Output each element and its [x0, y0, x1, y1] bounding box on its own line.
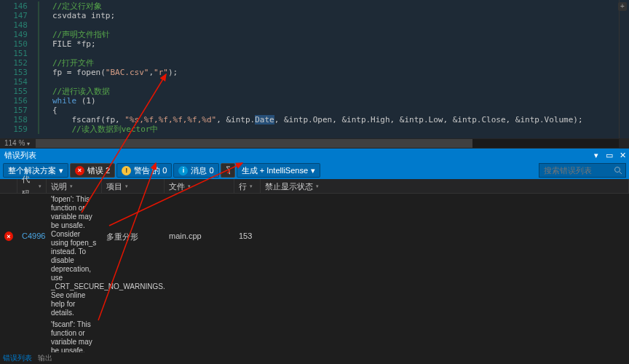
col-icon[interactable]	[0, 179, 17, 193]
search-input[interactable]	[544, 164, 612, 177]
svg-point-1	[615, 167, 620, 173]
clear-filter-button[interactable]	[221, 163, 235, 178]
error-line: 153	[234, 195, 261, 240]
error-code[interactable]: C4996	[17, 320, 47, 352]
error-list-body[interactable]: ×C4996'fopen': This function or variable…	[0, 194, 629, 352]
filter-icon	[226, 166, 230, 175]
error-description: 'fopen': This function or variable may b…	[47, 195, 102, 317]
horizontal-scrollbar[interactable]	[36, 139, 619, 148]
bottom-tabs: 错误列表 输出	[0, 352, 52, 364]
table-row[interactable]: ×C4996'fscanf': This function or variabl…	[0, 319, 629, 352]
col-description[interactable]: 说明	[47, 179, 102, 193]
panel-pin-icon[interactable]: ▭	[603, 149, 616, 162]
error-project: 多重分形	[102, 195, 165, 242]
error-line: 158	[234, 320, 261, 352]
error-description: 'fscanf': This function or variable may …	[47, 320, 102, 352]
error-list-toolbar: 整个解决方案▾ × 错误 2 ! 警告 的 0 i 消息 0 生成 + Inte…	[0, 162, 629, 179]
search-error-box[interactable]	[539, 163, 626, 178]
zoom-dropdown[interactable]: 114 %	[4, 138, 30, 149]
error-file: main.cpp	[165, 195, 234, 240]
panel-menu-icon[interactable]: ▾	[590, 149, 603, 162]
error-list-titlebar: 错误列表 ▾ ▭ ✕	[0, 149, 629, 162]
code-editor[interactable]: 1461471481491501511521531541551561571581…	[0, 0, 629, 138]
panel-close-icon[interactable]: ✕	[616, 149, 629, 162]
col-line[interactable]: 行	[234, 179, 261, 193]
search-icon	[614, 166, 622, 175]
build-source-dropdown[interactable]: 生成 + IntelliSense▾	[237, 163, 320, 178]
info-icon: i	[178, 166, 188, 175]
svg-line-2	[620, 172, 622, 174]
warning-icon: !	[122, 166, 131, 175]
error-icon: ×	[75, 166, 84, 175]
scrollbar-thumb[interactable]	[36, 139, 472, 148]
code-area[interactable]: //定义行对象csvdata intp;//声明文件指针FILE *fp;//打…	[32, 0, 619, 138]
error-icon: ×	[4, 232, 13, 241]
error-list-header: 代码 说明 项目 文件 行 禁止显示状态	[0, 179, 629, 194]
editor-status-strip: 114 %	[0, 138, 629, 149]
split-icon[interactable]: +	[618, 2, 627, 11]
error-code[interactable]: C4996	[17, 195, 47, 240]
col-project[interactable]: 项目	[102, 179, 165, 193]
minimap[interactable]	[619, 0, 629, 138]
scope-dropdown[interactable]: 整个解决方案▾	[3, 163, 68, 178]
col-code[interactable]: 代码	[17, 179, 47, 193]
line-gutter: 1461471481491501511521531541551561571581…	[0, 0, 32, 138]
col-suppress[interactable]: 禁止显示状态	[261, 179, 629, 193]
panel-title-text: 错误列表	[4, 149, 36, 162]
error-project: 多重分形	[102, 320, 165, 352]
col-file[interactable]: 文件	[165, 179, 234, 193]
tab-output[interactable]: 输出	[38, 353, 52, 363]
warnings-filter-button[interactable]: ! 警告 的 0	[116, 163, 172, 178]
tab-error-list[interactable]: 错误列表	[3, 353, 32, 363]
table-row[interactable]: ×C4996'fopen': This function or variable…	[0, 194, 629, 319]
errors-filter-button[interactable]: × 错误 2	[70, 163, 115, 178]
error-file: main.cpp	[165, 320, 234, 352]
messages-filter-button[interactable]: i 消息 0	[173, 163, 218, 178]
